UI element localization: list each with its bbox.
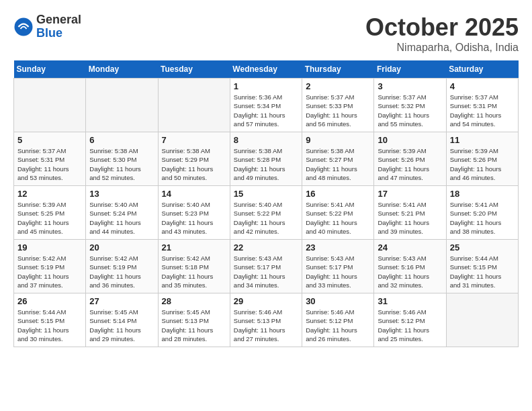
week-row-4: 26Sunrise: 5:44 AM Sunset: 5:15 PM Dayli… — [14, 293, 519, 347]
calendar-cell: 29Sunrise: 5:46 AM Sunset: 5:13 PM Dayli… — [230, 293, 302, 347]
cell-info: Sunrise: 5:37 AM Sunset: 5:32 PM Dayligh… — [378, 93, 442, 128]
day-header-sunday: Sunday — [14, 60, 86, 79]
cell-info: Sunrise: 5:40 AM Sunset: 5:24 PM Dayligh… — [89, 200, 154, 236]
calendar-cell: 12Sunrise: 5:39 AM Sunset: 5:25 PM Dayli… — [14, 186, 86, 240]
calendar-cell: 7Sunrise: 5:38 AM Sunset: 5:29 PM Daylig… — [158, 132, 230, 186]
cell-info: Sunrise: 5:43 AM Sunset: 5:16 PM Dayligh… — [378, 254, 442, 289]
day-number: 10 — [378, 135, 442, 145]
calendar-cell: 24Sunrise: 5:43 AM Sunset: 5:16 PM Dayli… — [374, 240, 446, 293]
cell-info: Sunrise: 5:38 AM Sunset: 5:29 PM Dayligh… — [162, 146, 226, 182]
day-number: 7 — [162, 135, 226, 145]
calendar-cell: 25Sunrise: 5:44 AM Sunset: 5:15 PM Dayli… — [446, 240, 518, 293]
day-number: 15 — [234, 189, 298, 199]
calendar-cell: 20Sunrise: 5:42 AM Sunset: 5:19 PM Dayli… — [86, 240, 158, 293]
calendar-cell: 18Sunrise: 5:41 AM Sunset: 5:20 PM Dayli… — [446, 186, 518, 240]
calendar-cell: 11Sunrise: 5:39 AM Sunset: 5:26 PM Dayli… — [446, 132, 518, 186]
day-number: 12 — [17, 189, 82, 199]
logo-icon — [13, 17, 34, 37]
day-number: 22 — [234, 242, 298, 253]
week-row-3: 19Sunrise: 5:42 AM Sunset: 5:19 PM Dayli… — [14, 240, 519, 293]
cell-info: Sunrise: 5:38 AM Sunset: 5:28 PM Dayligh… — [234, 146, 298, 182]
cell-info: Sunrise: 5:39 AM Sunset: 5:26 PM Dayligh… — [450, 146, 515, 182]
cell-info: Sunrise: 5:45 AM Sunset: 5:14 PM Dayligh… — [89, 308, 154, 343]
cell-info: Sunrise: 5:39 AM Sunset: 5:26 PM Dayligh… — [378, 146, 442, 182]
cell-info: Sunrise: 5:37 AM Sunset: 5:33 PM Dayligh… — [306, 93, 370, 128]
calendar-cell: 16Sunrise: 5:41 AM Sunset: 5:22 PM Dayli… — [302, 186, 374, 240]
calendar-cell: 6Sunrise: 5:38 AM Sunset: 5:30 PM Daylig… — [86, 132, 158, 186]
day-number: 30 — [306, 296, 370, 306]
cell-info: Sunrise: 5:45 AM Sunset: 5:13 PM Dayligh… — [162, 308, 226, 343]
day-number: 29 — [234, 296, 298, 306]
day-number: 19 — [17, 242, 82, 253]
day-number: 28 — [162, 296, 226, 306]
cell-info: Sunrise: 5:43 AM Sunset: 5:17 PM Dayligh… — [234, 254, 298, 289]
calendar-cell: 2Sunrise: 5:37 AM Sunset: 5:33 PM Daylig… — [302, 79, 374, 132]
day-number: 14 — [162, 189, 226, 199]
calendar-cell: 14Sunrise: 5:40 AM Sunset: 5:23 PM Dayli… — [158, 186, 230, 240]
calendar-cell: 22Sunrise: 5:43 AM Sunset: 5:17 PM Dayli… — [230, 240, 302, 293]
calendar-cell — [446, 293, 518, 347]
page-header: General Blue October 2025 Nimaparha, Odi… — [13, 13, 519, 54]
day-number: 25 — [450, 242, 515, 253]
cell-info: Sunrise: 5:46 AM Sunset: 5:13 PM Dayligh… — [234, 308, 298, 343]
cell-info: Sunrise: 5:46 AM Sunset: 5:12 PM Dayligh… — [378, 308, 442, 343]
day-number: 23 — [306, 242, 370, 253]
day-number: 3 — [378, 81, 442, 91]
calendar-cell: 13Sunrise: 5:40 AM Sunset: 5:24 PM Dayli… — [86, 186, 158, 240]
day-number: 9 — [306, 135, 370, 145]
cell-info: Sunrise: 5:41 AM Sunset: 5:20 PM Dayligh… — [450, 200, 515, 236]
cell-info: Sunrise: 5:37 AM Sunset: 5:31 PM Dayligh… — [450, 93, 515, 128]
day-number: 5 — [17, 135, 82, 145]
cell-info: Sunrise: 5:37 AM Sunset: 5:31 PM Dayligh… — [17, 146, 82, 182]
calendar-cell: 31Sunrise: 5:46 AM Sunset: 5:12 PM Dayli… — [374, 293, 446, 347]
cell-info: Sunrise: 5:43 AM Sunset: 5:17 PM Dayligh… — [306, 254, 370, 289]
day-header-wednesday: Wednesday — [230, 60, 302, 79]
calendar-cell: 17Sunrise: 5:41 AM Sunset: 5:21 PM Dayli… — [374, 186, 446, 240]
calendar-cell: 28Sunrise: 5:45 AM Sunset: 5:13 PM Dayli… — [158, 293, 230, 347]
logo: General Blue — [13, 13, 81, 40]
calendar-cell: 19Sunrise: 5:42 AM Sunset: 5:19 PM Dayli… — [14, 240, 86, 293]
cell-info: Sunrise: 5:44 AM Sunset: 5:15 PM Dayligh… — [17, 308, 82, 343]
cell-info: Sunrise: 5:44 AM Sunset: 5:15 PM Dayligh… — [450, 254, 515, 289]
day-number: 18 — [450, 189, 515, 199]
header-row: SundayMondayTuesdayWednesdayThursdayFrid… — [14, 60, 519, 79]
calendar-cell — [14, 79, 86, 132]
calendar-cell: 3Sunrise: 5:37 AM Sunset: 5:32 PM Daylig… — [374, 79, 446, 132]
calendar-table: SundayMondayTuesdayWednesdayThursdayFrid… — [13, 60, 519, 347]
day-number: 2 — [306, 81, 370, 91]
calendar-cell: 5Sunrise: 5:37 AM Sunset: 5:31 PM Daylig… — [14, 132, 86, 186]
calendar-cell: 8Sunrise: 5:38 AM Sunset: 5:28 PM Daylig… — [230, 132, 302, 186]
cell-info: Sunrise: 5:41 AM Sunset: 5:21 PM Dayligh… — [378, 200, 442, 236]
day-number: 24 — [378, 242, 442, 253]
cell-info: Sunrise: 5:36 AM Sunset: 5:34 PM Dayligh… — [234, 93, 298, 128]
calendar-cell: 15Sunrise: 5:40 AM Sunset: 5:22 PM Dayli… — [230, 186, 302, 240]
day-number: 16 — [306, 189, 370, 199]
calendar-cell: 4Sunrise: 5:37 AM Sunset: 5:31 PM Daylig… — [446, 79, 518, 132]
calendar-cell — [86, 79, 158, 132]
week-row-1: 5Sunrise: 5:37 AM Sunset: 5:31 PM Daylig… — [14, 132, 519, 186]
cell-info: Sunrise: 5:40 AM Sunset: 5:23 PM Dayligh… — [162, 200, 226, 236]
cell-info: Sunrise: 5:38 AM Sunset: 5:30 PM Dayligh… — [89, 146, 154, 182]
calendar-cell: 9Sunrise: 5:38 AM Sunset: 5:27 PM Daylig… — [302, 132, 374, 186]
day-number: 13 — [89, 189, 154, 199]
day-number: 17 — [378, 189, 442, 199]
day-number: 8 — [234, 135, 298, 145]
calendar-cell: 27Sunrise: 5:45 AM Sunset: 5:14 PM Dayli… — [86, 293, 158, 347]
calendar-cell: 23Sunrise: 5:43 AM Sunset: 5:17 PM Dayli… — [302, 240, 374, 293]
day-number: 6 — [89, 135, 154, 145]
day-header-saturday: Saturday — [446, 60, 518, 79]
day-number: 4 — [450, 81, 515, 91]
cell-info: Sunrise: 5:46 AM Sunset: 5:12 PM Dayligh… — [306, 308, 370, 343]
cell-info: Sunrise: 5:39 AM Sunset: 5:25 PM Dayligh… — [17, 200, 82, 236]
calendar-cell: 10Sunrise: 5:39 AM Sunset: 5:26 PM Dayli… — [374, 132, 446, 186]
calendar-cell: 1Sunrise: 5:36 AM Sunset: 5:34 PM Daylig… — [230, 79, 302, 132]
day-header-tuesday: Tuesday — [158, 60, 230, 79]
calendar-cell: 30Sunrise: 5:46 AM Sunset: 5:12 PM Dayli… — [302, 293, 374, 347]
cell-info: Sunrise: 5:42 AM Sunset: 5:19 PM Dayligh… — [17, 254, 82, 289]
cell-info: Sunrise: 5:38 AM Sunset: 5:27 PM Dayligh… — [306, 146, 370, 182]
day-number: 1 — [234, 81, 298, 91]
day-number: 21 — [162, 242, 226, 253]
month-title: October 2025 — [365, 13, 519, 42]
day-number: 20 — [89, 242, 154, 253]
cell-info: Sunrise: 5:42 AM Sunset: 5:18 PM Dayligh… — [162, 254, 226, 289]
